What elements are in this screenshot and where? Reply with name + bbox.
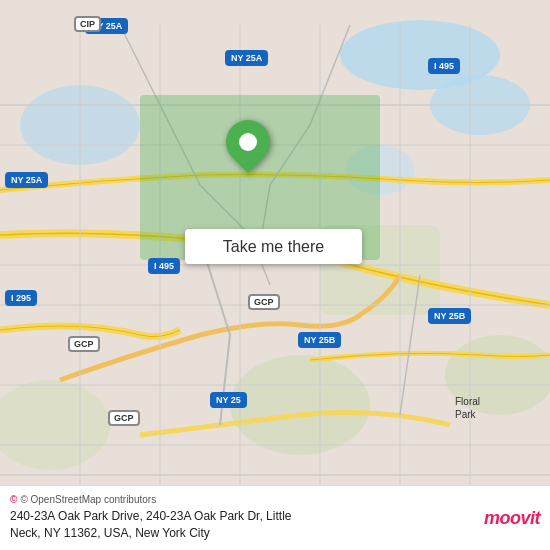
road-badge-gcp-2: GCP (248, 294, 280, 310)
road-badge-gcp-1: GCP (68, 336, 100, 352)
location-pin (226, 120, 270, 164)
take-me-there-button[interactable]: Take me there (185, 229, 362, 264)
road-badge-ny25a-2: NY 25A (225, 50, 268, 66)
road-badge-cip: CIP (74, 16, 101, 32)
floral-park-label: FloralPark (455, 395, 480, 421)
bottom-bar: © © OpenStreetMap contributors 240-23A O… (0, 485, 550, 550)
map-svg (0, 0, 550, 550)
road-badge-i495-1: I 495 (428, 58, 460, 74)
moovit-text: moovit (484, 508, 540, 529)
osm-logo: © (10, 494, 17, 505)
svg-point-5 (230, 355, 370, 455)
osm-credit: © © OpenStreetMap contributors (10, 494, 474, 505)
address-line1: 240-23A Oak Park Drive, 240-23A Oak Park… (10, 508, 474, 542)
road-badge-ny25b-1: NY 25B (428, 308, 471, 324)
moovit-logo: moovit (484, 508, 540, 529)
road-badge-i495-2: I 495 (148, 258, 180, 274)
road-badge-ny25b-2: NY 25B (298, 332, 341, 348)
address-text-line1: 240-23A Oak Park Drive, 240-23A Oak Park… (10, 509, 291, 523)
osm-credit-text: © OpenStreetMap contributors (20, 494, 156, 505)
bottom-info: © © OpenStreetMap contributors 240-23A O… (10, 494, 474, 542)
road-badge-i295: I 295 (5, 290, 37, 306)
map-container: NY 25A NY 25A NY 25A I 495 I 495 I 295 N… (0, 0, 550, 550)
road-badge-ny25: NY 25 (210, 392, 247, 408)
road-badge-ny25a-3: NY 25A (5, 172, 48, 188)
road-badge-gcp-3: GCP (108, 410, 140, 426)
address-text-line2: Neck, NY 11362, USA, New York City (10, 526, 210, 540)
